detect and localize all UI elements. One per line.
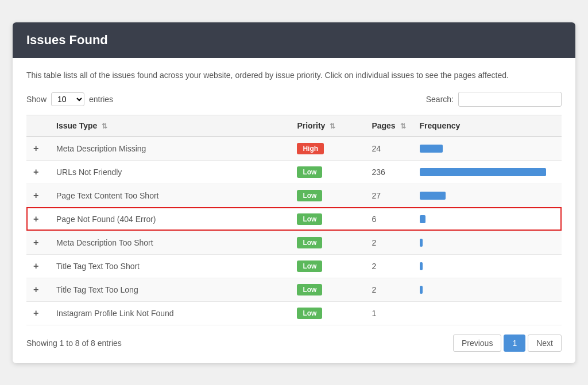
priority-cell: Low <box>290 254 365 278</box>
priority-cell: Low <box>290 184 365 207</box>
frequency-cell <box>413 207 562 231</box>
frequency-bar-container <box>420 308 555 318</box>
frequency-bar <box>420 168 546 176</box>
pages-cell: 24 <box>365 137 412 161</box>
table-row[interactable]: +Meta Description Too ShortLow2 <box>26 231 562 254</box>
pages-cell: 6 <box>365 207 412 231</box>
col-header-issue-type[interactable]: Issue Type ⇅ <box>49 115 290 137</box>
priority-badge: Low <box>297 190 322 201</box>
table-row[interactable]: +Title Tag Text Too LongLow2 <box>26 278 562 301</box>
page-title: Issues Found <box>26 33 562 48</box>
pages-cell: 27 <box>365 184 412 207</box>
table-row[interactable]: +Title Tag Text Too ShortLow2 <box>26 254 562 278</box>
expand-cell: + <box>26 207 49 231</box>
expand-cell: + <box>26 137 49 161</box>
showing-text: Showing 1 to 8 of 8 entries <box>26 339 122 348</box>
search-box: Search: <box>426 92 562 107</box>
frequency-bar-container <box>420 238 555 248</box>
show-label: Show <box>26 95 47 104</box>
frequency-bar-container <box>420 285 555 295</box>
table-row[interactable]: +Page Not Found (404 Error)Low6 <box>26 207 562 231</box>
issue-type-cell: URLs Not Friendly <box>49 160 290 184</box>
frequency-bar <box>420 286 423 294</box>
priority-badge: Low <box>297 308 322 319</box>
sort-icon-pages: ⇅ <box>400 122 406 130</box>
expand-button[interactable]: + <box>33 285 38 294</box>
expand-cell: + <box>26 254 49 278</box>
footer-row: Showing 1 to 8 of 8 entries Previous 1 N… <box>26 335 562 352</box>
table-body: +Meta Description MissingHigh24+URLs Not… <box>26 137 562 325</box>
search-input[interactable] <box>458 92 562 107</box>
expand-button[interactable]: + <box>33 190 38 200</box>
expand-button[interactable]: + <box>33 238 38 247</box>
issue-type-cell: Meta Description Too Short <box>49 231 290 254</box>
sort-icon-issue: ⇅ <box>102 122 107 130</box>
frequency-bar-container <box>420 261 555 271</box>
expand-cell: + <box>26 301 49 325</box>
pages-cell: 2 <box>365 231 412 254</box>
issue-type-cell: Page Not Found (404 Error) <box>49 207 290 231</box>
frequency-cell <box>413 231 562 254</box>
col-header-expand <box>26 115 49 137</box>
frequency-cell <box>413 137 562 161</box>
priority-badge: Low <box>297 284 322 295</box>
issue-type-cell: Meta Description Missing <box>49 137 290 161</box>
frequency-cell <box>413 301 562 325</box>
show-entries-control: Show 10 25 50 100 entries <box>26 92 113 106</box>
entries-select[interactable]: 10 25 50 100 <box>51 92 84 106</box>
frequency-bar-container <box>420 143 555 154</box>
next-button[interactable]: Next <box>528 335 562 352</box>
expand-button[interactable]: + <box>33 214 38 224</box>
issues-table: Issue Type ⇅ Priority ⇅ Pages ⇅ Frequenc… <box>26 115 562 325</box>
frequency-cell <box>413 278 562 301</box>
frequency-bar-container <box>420 190 555 201</box>
entries-label: entries <box>89 95 113 104</box>
frequency-bar <box>420 215 425 223</box>
issue-type-cell: Page Text Content Too Short <box>49 184 290 207</box>
sort-icon-priority: ⇅ <box>330 122 335 130</box>
description-text: This table lists all of the issues found… <box>26 69 562 81</box>
priority-badge: Low <box>297 237 322 248</box>
expand-cell: + <box>26 231 49 254</box>
pages-cell: 2 <box>365 254 412 278</box>
priority-cell: Low <box>290 231 365 254</box>
priority-badge: Low <box>297 213 322 225</box>
search-label: Search: <box>426 95 454 104</box>
pages-cell: 1 <box>365 301 412 325</box>
col-header-pages[interactable]: Pages ⇅ <box>365 115 412 137</box>
pages-cell: 236 <box>365 160 412 184</box>
issue-type-cell: Title Tag Text Too Long <box>49 278 290 301</box>
table-row[interactable]: +URLs Not FriendlyLow236 <box>26 160 562 184</box>
main-container: Issues Found This table lists all of the… <box>13 22 575 363</box>
frequency-bar-container <box>420 167 555 177</box>
page-body: This table lists all of the issues found… <box>13 58 575 363</box>
frequency-bar <box>420 192 446 200</box>
controls-row: Show 10 25 50 100 entries Search: <box>26 92 562 107</box>
frequency-bar-container <box>420 214 555 224</box>
issue-type-cell: Instagram Profile Link Not Found <box>49 301 290 325</box>
expand-button[interactable]: + <box>33 143 38 153</box>
frequency-bar <box>420 262 423 270</box>
frequency-bar <box>420 239 423 247</box>
frequency-bar <box>420 145 443 153</box>
priority-badge: High <box>297 143 324 154</box>
frequency-cell <box>413 184 562 207</box>
table-row[interactable]: +Meta Description MissingHigh24 <box>26 137 562 161</box>
col-header-frequency: Frequency <box>413 115 562 137</box>
table-row[interactable]: +Instagram Profile Link Not FoundLow1 <box>26 301 562 325</box>
priority-badge: Low <box>297 166 322 178</box>
expand-button[interactable]: + <box>33 261 38 271</box>
table-row[interactable]: +Page Text Content Too ShortLow27 <box>26 184 562 207</box>
pages-cell: 2 <box>365 278 412 301</box>
priority-badge: Low <box>297 260 322 272</box>
page-1-button[interactable]: 1 <box>504 335 525 352</box>
priority-cell: Low <box>290 301 365 325</box>
priority-cell: Low <box>290 160 365 184</box>
expand-button[interactable]: + <box>33 308 38 318</box>
pagination: Previous 1 Next <box>453 335 562 352</box>
previous-button[interactable]: Previous <box>453 335 501 352</box>
col-header-priority[interactable]: Priority ⇅ <box>290 115 365 137</box>
expand-button[interactable]: + <box>33 167 38 177</box>
expand-cell: + <box>26 160 49 184</box>
page-header: Issues Found <box>13 22 575 58</box>
